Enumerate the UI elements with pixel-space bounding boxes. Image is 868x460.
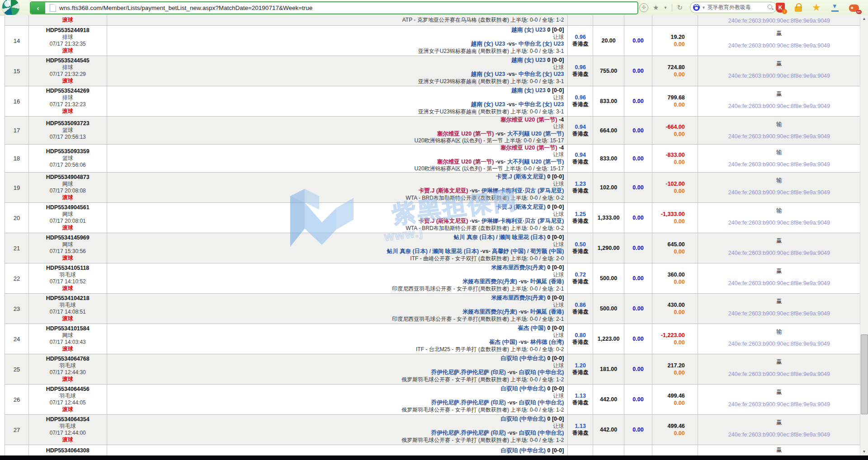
status-text: 赢 [776,90,782,98]
address-bar[interactable]: ‹ wns.fts368.com/Member/Lists/payment_be… [30,1,638,14]
odds-value: 0.86 [575,302,586,309]
sport-label: 网球 [62,241,73,248]
vs-label: -vs- [470,218,480,224]
odds-value: 1.13 [575,393,586,399]
pinwheel-icon[interactable]: ✣ [639,3,648,12]
result-amount: 645.00 [668,241,685,248]
favorites-star-icon[interactable]: ★ [812,3,821,12]
ip-address: 240e:fe:2603:b900:90ec:8f8e:9e9a:9049 [728,341,830,347]
valid-amount: 0.00 [624,324,652,354]
bottom-black-bar [0,455,868,460]
away-team: 中华台北 (女) U23 [519,41,564,47]
sport-label: 排球 [62,64,73,71]
pick-team: 卡贾.J (斯洛文尼亚) [496,174,546,180]
scrollbar-thumb[interactable] [861,334,868,414]
vs-label: -vs- [470,188,480,194]
status-text: 赢 [776,389,782,396]
bet-time: 07/17 14:10:52 [50,278,86,285]
vs-label: -vs- [507,369,517,376]
bet-table: 滚球 ATP - 克罗地亚公开赛在乌马格 (盘数获胜者) 上半场: 0-0 / … [5,15,861,460]
live-badge: 滚球 [62,47,73,54]
pick-team: 米娅布里西费尔(丹麦) [491,295,546,301]
bet-type-label: 让球 [553,34,564,41]
valid-amount: 0.00 [624,173,652,202]
bet-amount: 442.00 [593,385,624,414]
lock-icon[interactable] [795,6,802,12]
bet-time: 07/17 21:32:29 [50,71,86,78]
row-number: 26 [5,385,29,414]
security-shield-icon[interactable]: K [776,3,785,13]
scrollbar[interactable]: ▲ ▼ [860,15,868,455]
ip-address: 240e:fe:2603:b900:90ec:8f8e:9e9a:9049 [728,73,830,79]
bet-id: HDP5534064354 [46,416,90,423]
table-row: 17 HDP5535093723 篮球 07/17 20:56:13 塞尔维亚 … [5,117,861,145]
row-number: 20 [5,203,29,233]
bet-id: HDP5535093359 [46,148,90,155]
away-team: 中华台北 (女) U23 [519,101,564,108]
ip-address: 240e:fe:2603:b900:90ec:8f8e:9e9a:9049 [728,133,830,140]
match-line: 卡贾.J (斯洛文尼亚) -vs- 伊琳娜-卡梅利亚·贝古 (罗马尼亚) [419,188,564,195]
back-button[interactable]: ‹ [31,2,45,14]
status-text: 赢 [776,446,782,454]
pick-line: 塞尔维亚 U20 (第一节) -4 [500,145,564,151]
bet-id: HDP5534064308 [46,447,90,454]
table-row: 21 HDP5534145969 网球 07/17 15:30:56 滚球 鲇川… [5,233,861,263]
pick-team: 卡贾.J (斯洛文尼亚) [496,204,546,210]
odds-value: 0.94 [575,124,586,131]
pick-extra: 0 [0-0] [547,416,564,422]
league-line: WTA - BRD布加勒斯特公开赛 (盘数获胜者) 上半场: 0-0 / 全场:… [406,225,564,232]
search-box[interactable]: ▼ 英孚教育外教吸毒 [690,2,777,13]
scroll-down-arrow[interactable]: ▼ [860,448,868,455]
result-secondary: 0.00 [674,278,684,286]
home-team: 崔杰 (中国) [489,339,517,345]
bet-id: HDP5534105118 [46,265,89,272]
home-team: 乔伊伦尼萨.乔伊伦尼萨 (印尼) [431,430,506,436]
pick-team: 白驭珀 (中华台北) [501,355,546,361]
live-badge: 滚球 [62,376,73,383]
url-text[interactable]: wns.fts368.com/Member/Lists/payment_betL… [59,5,312,11]
market-label: 香港盘 [572,159,589,165]
bet-amount: 1,290.00 [593,233,624,263]
table-row: 24 HDP5534101584 网球 07/17 14:03:43 滚球 崔杰… [5,324,861,354]
live-badge: 滚球 [62,225,73,231]
valid-amount: 0.00 [624,415,652,445]
match-line: 崔杰 (中国) -vs- 林伟德 (台湾) [489,339,564,346]
result-secondary: 0.00 [674,41,684,48]
bet-type-label: 让球 [553,393,564,400]
match-line: 塞尔维亚 U20 (第一节) -vs- 大不列颠 U20 (第一节) [437,131,564,138]
valid-amount: 0.00 [624,354,652,384]
valid-amount: 0.00 [624,117,652,144]
pick-extra: 0 [0-0] [547,87,564,94]
home-team: 越南 (女) U23 [471,101,505,108]
result-secondary: 0.00 [674,131,684,138]
status-text: 输 [776,149,782,156]
bet-type-label: 让球 [553,302,564,309]
bookmark-star-icon[interactable]: ★ [653,4,659,12]
result-amount: 19.20 [671,33,685,41]
pick-extra: 0 [0-0] [547,355,564,361]
bet-amount: 833.00 [593,145,624,172]
pick-line: 越南 (女) U23 0 [0-0] [511,27,564,34]
games-icon[interactable] [849,5,859,12]
download-icon[interactable] [831,4,839,12]
ip-address: 240e:fe:2603:b900:90ec:8f8e:9e9a:9049 [728,401,830,408]
bet-time: 07/17 21:32:35 [50,41,86,47]
search-input[interactable]: 英孚教育外教吸毒 [708,4,766,11]
market-label: 香港盘 [572,101,589,108]
pick-line: 越南 (女) U23 0 [0-0] [511,87,564,94]
search-engine-icon[interactable] [693,4,700,11]
pick-extra: 0 [0-0] [547,264,564,271]
bookmark-caret-icon[interactable]: ▼ [663,5,667,10]
odds-value: 0.96 [575,34,586,41]
row-number: 16 [5,86,29,116]
search-caret-icon[interactable]: ▼ [702,5,706,10]
search-icon[interactable] [768,5,774,10]
league-line: 亚洲女子U23锦标赛越南 (局数获胜者) 上半场: 0-0 / 全场: 3-1 [418,108,564,116]
bet-type-label: 让球 [553,423,564,430]
result-amount: 499.46 [668,422,685,430]
row-number: 22 [5,263,29,293]
pick-team: 米娅布里西费尔(丹麦) [491,264,546,271]
refresh-icon[interactable]: ↻ [677,4,683,12]
home-team: 越南 (女) U23 [471,41,505,47]
scroll-up-arrow[interactable]: ▲ [860,15,868,23]
